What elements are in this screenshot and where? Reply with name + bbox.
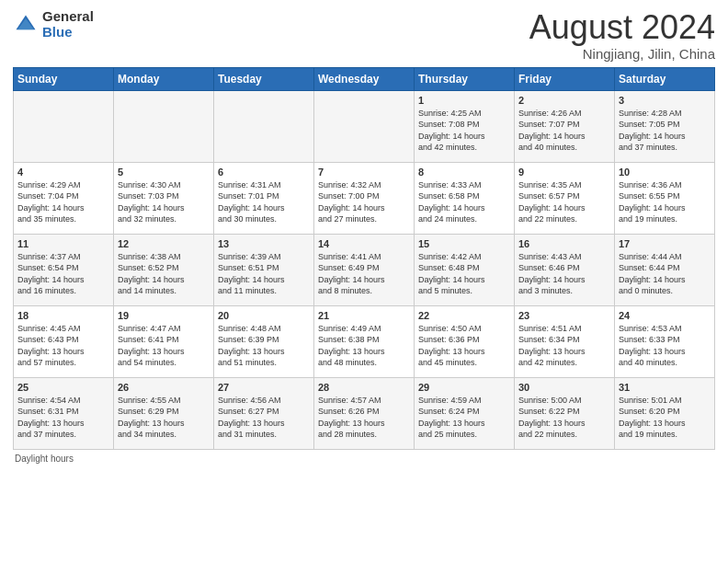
day-info: Sunrise: 4:45 AM Sunset: 6:43 PM Dayligh… [17,323,109,369]
title-block: August 2024 Ningjiang, Jilin, China [529,9,715,62]
day-info: Sunrise: 4:25 AM Sunset: 7:08 PM Dayligh… [418,108,510,154]
day-number: 8 [418,167,510,178]
day-number: 31 [619,382,711,393]
day-info: Sunrise: 5:00 AM Sunset: 6:22 PM Dayligh… [518,395,610,441]
day-info: Sunrise: 4:32 AM Sunset: 7:00 PM Dayligh… [318,179,410,225]
calendar-cell: 25Sunrise: 4:54 AM Sunset: 6:31 PM Dayli… [14,377,114,449]
calendar-cell: 3Sunrise: 4:28 AM Sunset: 7:05 PM Daylig… [615,90,715,162]
calendar-cell: 18Sunrise: 4:45 AM Sunset: 6:43 PM Dayli… [14,305,114,377]
calendar-cell: 13Sunrise: 4:39 AM Sunset: 6:51 PM Dayli… [214,234,314,305]
calendar-week-row: 18Sunrise: 4:45 AM Sunset: 6:43 PM Dayli… [14,305,715,377]
logo-icon [13,12,39,38]
calendar-cell: 16Sunrise: 4:43 AM Sunset: 6:46 PM Dayli… [515,234,615,305]
day-info: Sunrise: 4:55 AM Sunset: 6:29 PM Dayligh… [118,395,210,441]
day-info: Sunrise: 4:38 AM Sunset: 6:52 PM Dayligh… [118,251,210,297]
day-number: 11 [17,238,109,249]
day-number: 6 [218,167,310,178]
calendar-cell: 5Sunrise: 4:30 AM Sunset: 7:03 PM Daylig… [114,162,214,234]
day-number: 10 [619,167,711,178]
day-info: Sunrise: 4:35 AM Sunset: 6:57 PM Dayligh… [518,179,610,225]
calendar-week-row: 25Sunrise: 4:54 AM Sunset: 6:31 PM Dayli… [14,377,715,449]
day-info: Sunrise: 4:54 AM Sunset: 6:31 PM Dayligh… [17,395,109,441]
day-number: 15 [418,238,510,249]
calendar-cell: 26Sunrise: 4:55 AM Sunset: 6:29 PM Dayli… [114,377,214,449]
day-info: Sunrise: 4:48 AM Sunset: 6:39 PM Dayligh… [218,323,310,369]
day-header-wednesday: Wednesday [314,67,415,90]
calendar-week-row: 4Sunrise: 4:29 AM Sunset: 7:04 PM Daylig… [14,162,715,234]
calendar-cell [314,90,415,162]
calendar-cell [14,90,114,162]
day-header-tuesday: Tuesday [214,67,314,90]
calendar-cell: 6Sunrise: 4:31 AM Sunset: 7:01 PM Daylig… [214,162,314,234]
logo-text: General Blue [42,9,94,40]
day-number: 24 [619,310,711,321]
calendar-cell: 15Sunrise: 4:42 AM Sunset: 6:48 PM Dayli… [415,234,515,305]
calendar-cell: 17Sunrise: 4:44 AM Sunset: 6:44 PM Dayli… [615,234,715,305]
day-number: 16 [518,238,610,249]
calendar-cell: 1Sunrise: 4:25 AM Sunset: 7:08 PM Daylig… [415,90,515,162]
day-info: Sunrise: 4:29 AM Sunset: 7:04 PM Dayligh… [17,179,109,225]
daylight-hours-label: Daylight hours [15,454,74,464]
day-number: 9 [518,167,610,178]
day-info: Sunrise: 4:30 AM Sunset: 7:03 PM Dayligh… [118,179,210,225]
calendar-cell: 12Sunrise: 4:38 AM Sunset: 6:52 PM Dayli… [114,234,214,305]
logo-blue-text: Blue [42,25,94,40]
day-number: 22 [418,310,510,321]
calendar-cell: 19Sunrise: 4:47 AM Sunset: 6:41 PM Dayli… [114,305,214,377]
day-number: 2 [518,95,610,106]
day-header-sunday: Sunday [14,67,114,90]
calendar-location: Ningjiang, Jilin, China [529,46,715,62]
day-number: 20 [218,310,310,321]
day-info: Sunrise: 4:39 AM Sunset: 6:51 PM Dayligh… [218,251,310,297]
day-number: 25 [17,382,109,393]
day-number: 29 [418,382,510,393]
day-number: 13 [218,238,310,249]
day-info: Sunrise: 4:28 AM Sunset: 7:05 PM Dayligh… [619,108,711,154]
calendar-cell: 30Sunrise: 5:00 AM Sunset: 6:22 PM Dayli… [515,377,615,449]
day-info: Sunrise: 4:44 AM Sunset: 6:44 PM Dayligh… [619,251,711,297]
calendar-cell: 14Sunrise: 4:41 AM Sunset: 6:49 PM Dayli… [314,234,415,305]
day-number: 28 [318,382,410,393]
day-info: Sunrise: 5:01 AM Sunset: 6:20 PM Dayligh… [619,395,711,441]
calendar-cell: 22Sunrise: 4:50 AM Sunset: 6:36 PM Dayli… [415,305,515,377]
day-info: Sunrise: 4:33 AM Sunset: 6:58 PM Dayligh… [418,179,510,225]
calendar-week-row: 1Sunrise: 4:25 AM Sunset: 7:08 PM Daylig… [14,90,715,162]
day-info: Sunrise: 4:26 AM Sunset: 7:07 PM Dayligh… [518,108,610,154]
day-info: Sunrise: 4:59 AM Sunset: 6:24 PM Dayligh… [418,395,510,441]
calendar-title: August 2024 [529,9,715,46]
logo: General Blue [13,9,94,40]
day-number: 14 [318,238,410,249]
calendar-cell: 23Sunrise: 4:51 AM Sunset: 6:34 PM Dayli… [515,305,615,377]
day-number: 18 [17,310,109,321]
calendar-cell: 2Sunrise: 4:26 AM Sunset: 7:07 PM Daylig… [515,90,615,162]
day-number: 21 [318,310,410,321]
calendar-cell [214,90,314,162]
calendar-cell: 20Sunrise: 4:48 AM Sunset: 6:39 PM Dayli… [214,305,314,377]
calendar-cell: 7Sunrise: 4:32 AM Sunset: 7:00 PM Daylig… [314,162,415,234]
day-header-monday: Monday [114,67,214,90]
day-info: Sunrise: 4:41 AM Sunset: 6:49 PM Dayligh… [318,251,410,297]
day-number: 23 [518,310,610,321]
day-info: Sunrise: 4:36 AM Sunset: 6:55 PM Dayligh… [619,179,711,225]
day-info: Sunrise: 4:49 AM Sunset: 6:38 PM Dayligh… [318,323,410,369]
calendar-table: SundayMondayTuesdayWednesdayThursdayFrid… [13,67,715,450]
day-info: Sunrise: 4:42 AM Sunset: 6:48 PM Dayligh… [418,251,510,297]
day-number: 27 [218,382,310,393]
day-number: 12 [118,238,210,249]
header: General Blue August 2024 Ningjiang, Jili… [13,9,715,62]
day-header-thursday: Thursday [415,67,515,90]
calendar-cell: 21Sunrise: 4:49 AM Sunset: 6:38 PM Dayli… [314,305,415,377]
day-info: Sunrise: 4:56 AM Sunset: 6:27 PM Dayligh… [218,395,310,441]
calendar-cell: 31Sunrise: 5:01 AM Sunset: 6:20 PM Dayli… [615,377,715,449]
day-info: Sunrise: 4:51 AM Sunset: 6:34 PM Dayligh… [518,323,610,369]
calendar-cell: 10Sunrise: 4:36 AM Sunset: 6:55 PM Dayli… [615,162,715,234]
day-number: 1 [418,95,510,106]
day-header-saturday: Saturday [615,67,715,90]
calendar-cell: 27Sunrise: 4:56 AM Sunset: 6:27 PM Dayli… [214,377,314,449]
page-container: General Blue August 2024 Ningjiang, Jili… [0,0,728,471]
calendar-cell: 11Sunrise: 4:37 AM Sunset: 6:54 PM Dayli… [14,234,114,305]
day-info: Sunrise: 4:53 AM Sunset: 6:33 PM Dayligh… [619,323,711,369]
calendar-cell [114,90,214,162]
day-info: Sunrise: 4:31 AM Sunset: 7:01 PM Dayligh… [218,179,310,225]
day-info: Sunrise: 4:37 AM Sunset: 6:54 PM Dayligh… [17,251,109,297]
